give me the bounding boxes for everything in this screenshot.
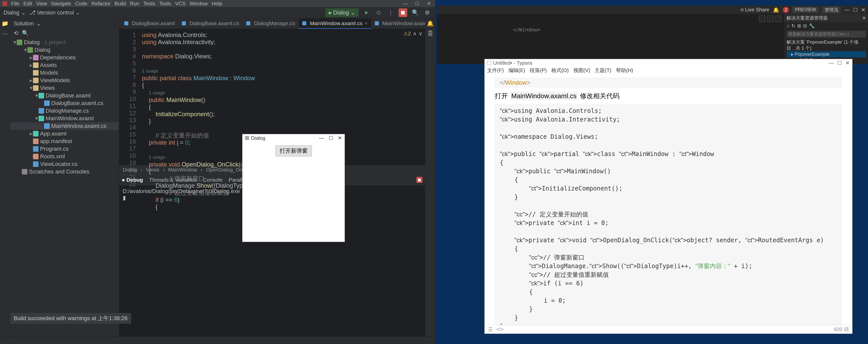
window-maximize-icon[interactable]: ☐ <box>837 60 842 66</box>
warning-badge[interactable]: ⚠2 <box>403 30 411 36</box>
stop-debug-button[interactable]: ■ <box>416 177 423 183</box>
live-share-button[interactable]: ⎋ Live Share <box>741 7 769 13</box>
window-close-icon[interactable]: ✕ <box>861 7 865 13</box>
tool-icon[interactable]: ⊞ <box>797 23 801 29</box>
tree-solution[interactable]: 解决方案 'PopoverExample' (1 个项目，共 1 个) <box>786 39 866 51</box>
debug-button[interactable] <box>374 8 383 17</box>
window-minimize-icon[interactable]: — <box>319 135 324 141</box>
open-dialog-button[interactable]: 打开新弹窗 <box>275 145 312 156</box>
project-dropdown[interactable]: Dialog ⌄ <box>4 9 26 16</box>
tree-item[interactable]: app.manifest <box>10 138 119 145</box>
split-icon[interactable] <box>767 16 774 22</box>
settings-icon[interactable]: ⚙ <box>423 8 432 17</box>
menu-refactor[interactable]: Refactor <box>91 1 111 7</box>
window-minimize-icon[interactable]: — <box>402 1 409 6</box>
notifications-icon[interactable]: 🔔 <box>773 7 779 13</box>
chevron-down-icon[interactable]: ∨ <box>418 30 423 36</box>
outline-icon[interactable]: ☰ <box>488 326 493 333</box>
search-input[interactable]: 搜索解决方案资源管理器(Ctrl+;) <box>786 31 866 37</box>
tree-item[interactable]: ▸App.axaml <box>10 130 119 138</box>
tree-item[interactable]: Roots.xml <box>10 153 119 160</box>
menu-item[interactable]: 主题(T) <box>595 67 611 74</box>
chevron-up-icon[interactable]: ∧ <box>413 30 416 36</box>
window-maximize-icon[interactable]: ☐ <box>413 1 421 6</box>
solution-explorer[interactable]: 解决方案资源管理器 ✕ ⌂ ↻ ⊞ ⊟ 🔧 搜索解决方案资源管理器(Ctrl+;… <box>784 14 868 64</box>
menu-item[interactable]: 帮助(H) <box>616 67 633 74</box>
editor-tab[interactable]: MainWindow.axaml <box>371 19 432 29</box>
menu-build[interactable]: Build <box>115 1 126 7</box>
tree-item[interactable]: ▸ViewModels <box>10 77 119 84</box>
window-maximize-icon[interactable]: ☐ <box>853 7 858 13</box>
database-icon[interactable]: 🗄 <box>428 30 433 37</box>
home-icon[interactable]: ⌂ <box>786 23 789 29</box>
search-icon[interactable]: 🔍 <box>411 8 420 17</box>
tree-item[interactable]: ViewLocator.cs <box>10 160 119 168</box>
menu-item[interactable]: 段落(P) <box>530 67 547 74</box>
window-close-icon[interactable]: ✕ <box>338 135 342 141</box>
word-count[interactable]: 920 词 <box>834 326 849 333</box>
tree-root[interactable]: ▾Dialog · 1 project <box>10 38 119 46</box>
app-dialog-window[interactable]: Dialog — ☐ ✕ 打开新弹窗 <box>242 134 345 242</box>
stop-button[interactable] <box>399 8 407 17</box>
more-actions-button[interactable]: ⋮ <box>386 8 395 17</box>
typora-content[interactable]: </Window> 打开 MainWindow.axaml.cs 修改相关代码 … <box>485 74 852 325</box>
vcs-dropdown[interactable]: ⎇ Version control ⌄ <box>29 9 80 16</box>
split-icon[interactable] <box>775 16 782 22</box>
window-close-icon[interactable]: ✕ <box>845 60 850 66</box>
notification-badge[interactable]: 2 <box>783 7 789 13</box>
tree-item[interactable]: ▾Views <box>10 84 119 92</box>
menu-view[interactable]: View <box>36 1 47 7</box>
close-icon[interactable]: ✕ <box>862 15 866 21</box>
menu-code[interactable]: Code <box>75 1 88 7</box>
tree-item[interactable]: ▸Dependencies <box>10 54 119 61</box>
preview-button[interactable]: PREVIEW <box>793 7 818 13</box>
tree-item[interactable]: Models <box>10 69 119 77</box>
vs-editor-area[interactable]: </Window> <box>437 14 784 64</box>
menu-navigate[interactable]: Navigate <box>51 1 71 7</box>
project-tree[interactable]: ▾Dialog · 1 project▾Dialog▸Dependencies▸… <box>10 37 119 336</box>
editor-tab[interactable]: MainWindow.axaml.cs × <box>299 19 371 29</box>
menu-item[interactable]: 编辑(E) <box>508 67 525 74</box>
menu-help[interactable]: Help <box>212 1 222 7</box>
run-button[interactable] <box>362 8 371 17</box>
tree-item[interactable]: ▾Dialog <box>10 46 119 54</box>
more-icon[interactable]: ⋯ <box>2 30 8 37</box>
editor-tab[interactable]: DialogBase.axaml.cs <box>178 19 243 29</box>
tree-item[interactable]: ▾MainWindow.axaml <box>10 115 119 122</box>
tree-item[interactable]: Scratches and Consoles <box>10 168 119 176</box>
code-block[interactable]: "ck">using Avalonia.Controls; "ck">using… <box>495 104 842 325</box>
menu-vcs[interactable]: VCS <box>175 1 186 7</box>
menu-item[interactable]: 格式(O) <box>551 67 569 74</box>
tree-item[interactable]: ▾DialogBase.axaml <box>10 92 119 99</box>
tree-item[interactable]: DialogManage.cs <box>10 107 119 115</box>
tree-project[interactable]: ▸ PopoverExample <box>786 51 866 57</box>
tree-item[interactable]: DialogBase.axaml.cs <box>10 99 119 107</box>
tool-icon[interactable]: ⊟ <box>803 23 807 29</box>
tree-item[interactable]: Program.cs <box>10 145 119 153</box>
editor-tab[interactable]: DialogManage.cs <box>243 19 299 29</box>
search-icon[interactable]: 🔍 <box>22 30 29 36</box>
window-close-icon[interactable]: ✕ <box>425 1 433 6</box>
sync-icon[interactable]: ⟲ <box>14 30 18 36</box>
menu-window[interactable]: Window <box>190 1 208 7</box>
window-minimize-icon[interactable]: — <box>829 60 834 66</box>
folder-icon[interactable]: 📁 <box>2 20 8 27</box>
window-minimize-icon[interactable]: — <box>844 7 849 13</box>
menu-tests[interactable]: Tests <box>143 1 155 7</box>
tree-item[interactable]: ▸Assets <box>10 61 119 69</box>
chevron-down-icon[interactable]: ⌄ <box>36 20 41 27</box>
menu-edit[interactable]: Edit <box>23 1 32 7</box>
run-config-dropdown[interactable]: ▸ Dialog ⌄ <box>326 8 359 17</box>
menu-tools[interactable]: Tools <box>159 1 171 7</box>
split-icon[interactable] <box>759 16 766 22</box>
refresh-icon[interactable]: ↻ <box>792 23 795 29</box>
menu-run[interactable]: Run <box>130 1 140 7</box>
tree-item[interactable]: MainWindow.axaml.cs <box>10 122 119 130</box>
menu-item[interactable]: 视图(V) <box>574 67 590 74</box>
editor-tab[interactable]: DialogBase.axaml <box>121 19 178 29</box>
wrench-icon[interactable]: 🔧 <box>809 23 814 29</box>
menu-item[interactable]: 文件(F) <box>487 67 504 74</box>
window-maximize-icon[interactable]: ☐ <box>329 135 333 141</box>
notifications-icon[interactable]: 🔔 <box>427 20 434 27</box>
source-icon[interactable]: </> <box>496 326 504 332</box>
